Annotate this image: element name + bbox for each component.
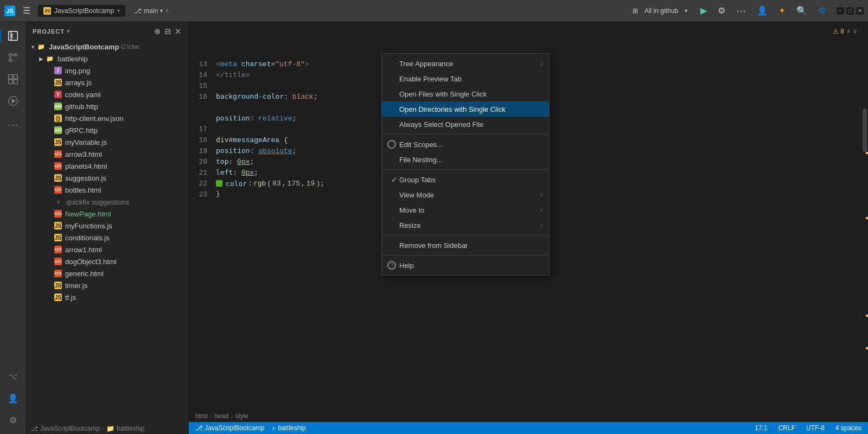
open-dirs-label: Open Directories with Single Click — [399, 105, 542, 113]
arrow3-name: arrow3.html — [65, 150, 102, 158]
menu-item-enable-preview[interactable]: Enable Preview Tab — [382, 71, 549, 86]
branch-more[interactable]: ∧ — [165, 7, 169, 14]
menu-item-help[interactable]: ? Help — [382, 258, 549, 273]
tree-item-img[interactable]: I img.png — [26, 65, 188, 76]
tree-item-myfunctions[interactable]: JS myFunctions.js — [26, 220, 188, 232]
activity-account[interactable]: 👤 — [3, 388, 23, 408]
myvariable-spacer — [46, 138, 54, 146]
branch-name: main — [144, 7, 158, 15]
tree-item-tf[interactable]: JS tf.js — [26, 291, 188, 303]
main-layout: ⋯ ⌥ 👤 ⚙ Project ▾ ⊕ ⊟ ✕ ▾ 📁 JavaScriptBo… — [0, 22, 868, 434]
tree-item-conditionals[interactable]: JS conditionals.js — [26, 232, 188, 244]
svg-rect-4 — [8, 75, 12, 79]
svg-point-3 — [9, 59, 11, 62]
planets4-icon: </> — [54, 162, 62, 170]
img-icon: I — [54, 67, 62, 74]
menu-item-remove-sidebar[interactable]: Remove from Sidebar — [382, 238, 549, 253]
tree-item-timer[interactable]: JS timer.js — [26, 279, 188, 291]
tree-item-suggestion[interactable]: JS suggestion.js — [26, 172, 188, 184]
close-button[interactable]: ✕ — [856, 7, 864, 15]
tree-appearance-arrow: › — [534, 60, 542, 67]
branch-info[interactable]: ⎇ main ▾ ∧ — [134, 7, 169, 15]
bottles-spacer — [46, 186, 54, 194]
maximize-button[interactable]: □ — [846, 7, 854, 15]
minimize-button[interactable]: − — [837, 7, 844, 15]
context-menu-overlay[interactable]: Tree Appearance › Enable Preview Tab Ope… — [189, 22, 868, 434]
tree-root-item[interactable]: ▾ 📁 JavaScriptBootcamp C:\Use — [26, 41, 188, 53]
grpc-name: gRPC.http — [65, 126, 98, 135]
tree-item-quickfix[interactable]: ≡ quickfix suggestions — [26, 196, 188, 208]
close-sidebar-button[interactable]: ✕ — [175, 27, 182, 36]
tree-item-github[interactable]: API github.http — [26, 100, 188, 112]
activity-git[interactable] — [3, 48, 23, 67]
activity-extensions[interactable] — [3, 69, 23, 89]
move-to-label: Move to — [399, 206, 534, 214]
all-in-github[interactable]: ⊞ All in github ▾ — [628, 5, 692, 17]
tree-item-arrays[interactable]: JS arrays.js — [26, 76, 188, 88]
tab-js-icon: JS — [43, 7, 51, 15]
project-tab[interactable]: JS JavaScriptBootcamp ▾ — [38, 5, 125, 17]
tab-dropdown-icon[interactable]: ▾ — [117, 8, 120, 14]
search-button[interactable]: 🔍 — [794, 4, 809, 17]
arrays-icon: JS — [54, 79, 62, 86]
tf-name: tf.js — [65, 293, 76, 302]
github-spacer — [46, 102, 54, 111]
tree-item-newpage[interactable]: </> NewPage.html — [26, 208, 188, 220]
httpclient-name: http-client.env.json — [65, 114, 123, 123]
open-files-label: Open Files with Single Click — [399, 90, 542, 98]
new-file-button[interactable]: ⊕ — [154, 27, 161, 36]
menu-button[interactable]: ☰ — [20, 3, 34, 18]
more-actions[interactable]: ⋯ — [734, 4, 748, 18]
tree-item-arrow1[interactable]: </> arrow1.html — [26, 244, 188, 256]
activity-explorer[interactable] — [3, 26, 23, 46]
planets4-name: planets4.html — [65, 162, 107, 170]
tree-item-bottles[interactable]: </> bottles.html — [26, 184, 188, 196]
tree-item-dogobject[interactable]: </> dogObject3.html — [26, 256, 188, 267]
tree-item-planets4[interactable]: </> planets4.html — [26, 160, 188, 172]
codes-icon: Y — [54, 91, 62, 98]
menu-item-view-mode[interactable]: View Mode › — [382, 187, 549, 202]
conditionals-spacer — [46, 233, 54, 242]
codes-name: codes.yaml — [65, 91, 101, 99]
sidebar-dropdown[interactable]: ▾ — [67, 28, 70, 34]
arrow3-icon: </> — [54, 150, 62, 158]
img-name: img.png — [65, 67, 90, 75]
tree-item-grpc[interactable]: API gRPC.http — [26, 124, 188, 136]
activity-settings[interactable]: ⚙ — [3, 410, 23, 430]
titlebar-actions: ⊞ All in github ▾ ▶ ⚙ ⋯ 👤 ✦ 🔍 ⚙ — [628, 4, 828, 18]
menu-separator-1 — [382, 134, 549, 135]
tree-item-generic[interactable]: </> generic.html — [26, 267, 188, 279]
menu-item-move-to[interactable]: Move to › — [382, 202, 549, 218]
github-icon: API — [54, 103, 62, 110]
tree-item-codes[interactable]: Y codes.yaml — [26, 88, 188, 100]
activity-remote[interactable]: ⌥ — [3, 367, 23, 386]
profile-button[interactable]: 👤 — [755, 4, 770, 17]
activity-run[interactable] — [3, 91, 23, 111]
menu-item-edit-scopes[interactable]: Edit Scopes... — [382, 137, 549, 152]
tree-item-http-client[interactable]: {} http-client.env.json — [26, 112, 188, 124]
footer-folder-icon: 📁 — [106, 425, 114, 432]
collapse-all-button[interactable]: ⊟ — [164, 27, 171, 36]
menu-item-always-select[interactable]: Always Select Opened File — [382, 117, 549, 132]
sourcegraph-button[interactable]: ✦ — [776, 4, 788, 17]
tab-label: JavaScriptBootcamp — [54, 7, 114, 15]
branch-dropdown[interactable]: ▾ — [160, 8, 163, 14]
menu-item-resize[interactable]: Resize › — [382, 218, 549, 233]
menu-item-open-files[interactable]: Open Files with Single Click — [382, 86, 549, 101]
debug-button[interactable]: ⚙ — [716, 4, 727, 17]
sidebar-footer: ⎇ JavaScriptBootcamp › 📁 battleship — [26, 422, 188, 434]
settings-button[interactable]: ⚙ — [816, 4, 828, 17]
activity-more[interactable]: ⋯ — [3, 115, 23, 135]
menu-separator-2 — [382, 169, 549, 170]
tree-item-arrow3[interactable]: </> arrow3.html — [26, 148, 188, 160]
menu-item-open-dirs[interactable]: Open Directories with Single Click — [382, 101, 549, 117]
help-label: Help — [399, 261, 542, 270]
menu-item-file-nesting[interactable]: File Nesting... — [382, 152, 549, 167]
tree-item-battleship[interactable]: ▶ 📁 battleship — [26, 53, 188, 65]
tree-item-myvariable[interactable]: JS myVariable.js — [26, 136, 188, 148]
menu-item-group-tabs[interactable]: ✓ Group Tabs — [382, 172, 549, 187]
menu-item-tree-appearance[interactable]: Tree Appearance › — [382, 56, 549, 71]
arrays-spacer — [46, 78, 54, 87]
img-spacer — [46, 66, 54, 75]
run-button[interactable]: ▶ — [698, 4, 709, 17]
